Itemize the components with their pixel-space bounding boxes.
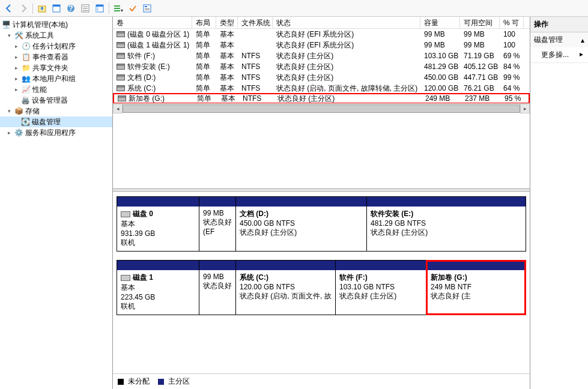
event-icon: 📋 xyxy=(21,52,31,62)
expand-icon[interactable]: ▸ xyxy=(13,86,20,93)
disk-state: 联机 xyxy=(121,301,195,312)
perf-icon: 📈 xyxy=(21,85,31,94)
col-free[interactable]: 可用空间 xyxy=(460,17,500,28)
expand-icon[interactable]: ▸ xyxy=(13,54,20,61)
form-button[interactable] xyxy=(141,2,154,15)
col-type[interactable]: 类型 xyxy=(216,17,238,28)
tree-device-manager[interactable]: 🖨️ 设备管理器 xyxy=(0,95,112,106)
partition-efi[interactable]: 99 MB 状态良好 xyxy=(199,261,235,315)
tree-shared-folders[interactable]: ▸ 📁 共享文件夹 xyxy=(0,62,112,73)
svg-rect-7 xyxy=(83,8,88,9)
tree-event-viewer[interactable]: ▸ 📋 事件查看器 xyxy=(0,52,112,62)
svg-rect-2 xyxy=(53,5,60,7)
tree-storage[interactable]: ▾ 📦 存储 xyxy=(0,106,112,116)
help-button[interactable]: ? xyxy=(64,2,77,15)
part-info: 103.10 GB NTFS xyxy=(339,283,423,291)
tree-disk-management[interactable]: 💽 磁盘管理 xyxy=(0,116,112,127)
volume-row[interactable]: (磁盘 1 磁盘分区 1)简单基本状态良好 (EFI 系统分区)99 MB99 … xyxy=(113,40,530,50)
menu-button[interactable] xyxy=(112,2,125,15)
users-icon: 👥 xyxy=(21,74,31,83)
partition-g[interactable]: 新加卷 (G:) 249 MB NTF 状态良好 (主 xyxy=(426,261,526,315)
actions-more[interactable]: 更多操... ▸ xyxy=(530,47,588,62)
forward-button[interactable] xyxy=(17,2,30,15)
part-label: 软件安装 (E:) xyxy=(371,209,522,219)
expand-icon[interactable]: ▾ xyxy=(6,108,13,115)
expand-icon[interactable]: ▸ xyxy=(13,65,20,71)
tree-label: 共享文件夹 xyxy=(32,63,68,73)
scroll-thumb[interactable] xyxy=(123,104,520,113)
disk-0-partitions: 99 MB 状态良好 (EF 文档 (D:) 450.00 GB NTFS 状态… xyxy=(199,196,526,252)
expand-icon[interactable]: ▸ xyxy=(13,76,20,82)
expand-icon[interactable]: ▸ xyxy=(6,130,13,136)
graphical-view: 磁盘 0 基本 931.39 GB 联机 99 MB 状态良好 (EF 文档 (… xyxy=(113,191,530,373)
legend-primary-label: 主分区 xyxy=(168,377,190,385)
part-status: 状态良好 (主分区) xyxy=(371,228,522,238)
volume-row[interactable]: 软件安装 (E:)简单基本NTFS状态良好 (主分区)481.29 GB405.… xyxy=(113,61,530,72)
part-label: 文档 (D:) xyxy=(240,209,363,219)
scroll-left-arrow[interactable]: ◂ xyxy=(113,104,123,113)
legend-unallocated-label: 未分配 xyxy=(128,377,150,385)
refresh-button[interactable] xyxy=(79,2,92,15)
col-percent[interactable]: % 可 xyxy=(500,17,524,28)
actions-group-title[interactable]: 磁盘管理 ▴ xyxy=(530,32,588,47)
col-layout[interactable]: 布局 xyxy=(192,17,216,28)
actions-panel: 操作 磁盘管理 ▴ 更多操... ▸ xyxy=(530,17,588,389)
check-button[interactable] xyxy=(126,2,139,15)
partition-f[interactable]: 软件 (F:) 103.10 GB NTFS 状态良好 (主分区) xyxy=(335,261,426,315)
tree-sys-tools[interactable]: ▾ 🛠️ 系统工具 xyxy=(0,30,112,41)
disk-1-label[interactable]: 磁盘 1 基本 223.45 GB 联机 xyxy=(117,260,199,315)
horizontal-scrollbar[interactable]: ◂ ▸ xyxy=(113,103,530,113)
svg-rect-14 xyxy=(114,10,120,11)
up-button[interactable] xyxy=(35,2,49,15)
disk-0-block: 磁盘 0 基本 931.39 GB 联机 99 MB 状态良好 (EF 文档 (… xyxy=(117,196,526,252)
volume-icon xyxy=(117,53,125,59)
part-info: 481.29 GB NTFS xyxy=(371,219,522,228)
tree-label: 磁盘管理 xyxy=(32,117,61,127)
volume-row[interactable]: 系统 (C:)简单基本NTFS状态良好 (启动, 页面文件, 故障转储, 主分区… xyxy=(113,83,530,94)
computer-icon: 🖥️ xyxy=(1,20,11,29)
expand-icon[interactable]: ▸ xyxy=(13,43,20,50)
share-icon: 📁 xyxy=(21,63,31,73)
part-info: 450.00 GB NTFS xyxy=(240,219,363,228)
disk-icon: 💽 xyxy=(20,117,30,127)
back-button[interactable] xyxy=(2,2,16,15)
volume-row[interactable]: 文档 (D:)简单基本NTFS状态良好 (主分区)450.00 GB447.71… xyxy=(113,72,530,83)
tree-task-scheduler[interactable]: ▸ 🕐 任务计划程序 xyxy=(0,41,112,52)
expand-icon[interactable]: ▾ xyxy=(6,32,13,39)
col-capacity[interactable]: 容量 xyxy=(420,17,460,28)
volume-row[interactable]: 软件 (F:)简单基本NTFS状态良好 (主分区)103.10 GB71.19 … xyxy=(113,50,530,61)
volume-row[interactable]: 新加卷 (G:)简单基本NTFS状态良好 (主分区)249 MB237 MB95… xyxy=(113,93,530,103)
disk-title: 磁盘 0 xyxy=(133,210,153,218)
clock-icon: 🕐 xyxy=(21,41,31,51)
actions-more-label: 更多操... xyxy=(541,50,569,59)
col-filesystem[interactable]: 文件系统 xyxy=(238,17,273,28)
tree-performance[interactable]: ▸ 📈 性能 xyxy=(0,84,112,95)
disk-1-block: 磁盘 1 基本 223.45 GB 联机 99 MB 状态良好 系统 (C:) … xyxy=(117,260,526,315)
view-button[interactable] xyxy=(50,2,63,15)
disk-state: 联机 xyxy=(121,238,195,248)
svg-rect-11 xyxy=(96,5,103,7)
tree-local-users[interactable]: ▸ 👥 本地用户和组 xyxy=(0,73,112,84)
partition-d[interactable]: 文档 (D:) 450.00 GB NTFS 状态良好 (主分区) xyxy=(235,197,366,251)
disk-0-label[interactable]: 磁盘 0 基本 931.39 GB 联机 xyxy=(117,196,199,252)
partition-e[interactable]: 软件安装 (E:) 481.29 GB NTFS 状态良好 (主分区) xyxy=(366,197,526,251)
partition-c[interactable]: 系统 (C:) 120.00 GB NTFS 状态良好 (启动, 页面文件, 故 xyxy=(235,261,335,315)
part-status: 状态良好 (主 xyxy=(431,291,522,301)
disk-1-partitions: 99 MB 状态良好 系统 (C:) 120.00 GB NTFS 状态良好 (… xyxy=(199,260,526,315)
svg-rect-18 xyxy=(145,10,150,10)
col-volume[interactable]: 卷 xyxy=(113,17,192,28)
tree-label: 系统工具 xyxy=(25,31,54,41)
partition-efi[interactable]: 99 MB 状态良好 (EF xyxy=(199,197,235,251)
disk-size: 931.39 GB xyxy=(121,229,195,238)
tree-root[interactable]: 🖥️ 计算机管理(本地) xyxy=(0,19,112,30)
volume-row[interactable]: (磁盘 0 磁盘分区 1)简单基本状态良好 (EFI 系统分区)99 MB99 … xyxy=(113,29,530,40)
sheet-button[interactable] xyxy=(93,2,106,15)
part-label: 新加卷 (G:) xyxy=(431,273,522,283)
volume-icon xyxy=(117,74,125,80)
svg-rect-12 xyxy=(114,5,120,7)
tree-services-apps[interactable]: ▸ ⚙️ 服务和应用程序 xyxy=(0,127,112,138)
tree-label: 事件查看器 xyxy=(32,52,68,62)
col-status[interactable]: 状态 xyxy=(273,17,420,28)
scroll-right-arrow[interactable]: ▸ xyxy=(520,104,530,113)
part-size: 99 MB xyxy=(203,209,232,217)
